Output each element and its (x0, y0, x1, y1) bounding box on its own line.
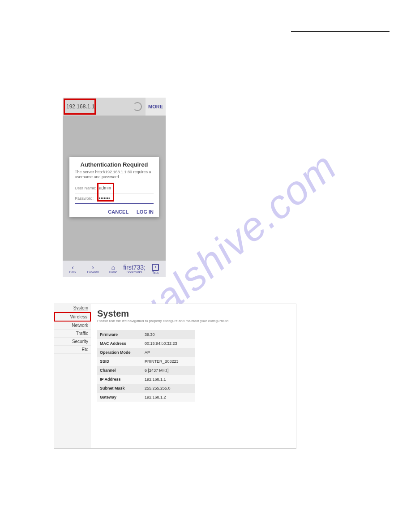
username-label: User Name: (75, 186, 97, 190)
page-title: System (97, 309, 290, 319)
sidebar-item-system[interactable]: System (54, 304, 91, 312)
more-button[interactable]: MORE (146, 98, 166, 116)
router-main: System Please use the left navigation to… (91, 304, 296, 448)
url-highlight-box (64, 99, 96, 115)
password-label: Password: (75, 196, 97, 201)
phone-screenshot: 192.168.1.1 MORE Authentication Required… (63, 98, 166, 277)
tabs-icon: 1 (152, 264, 159, 271)
forward-label: Forward (87, 270, 99, 274)
sidebar-item-wireless[interactable]: Wireless (54, 312, 91, 322)
header-rule (291, 31, 390, 32)
bookmarks-label: Bookmarks (127, 270, 142, 274)
sidebar-item-network[interactable]: Network (54, 322, 91, 330)
bookmark-icon: first733; (123, 264, 146, 270)
router-sidebar: System Wireless Network Traffic Security… (54, 304, 91, 448)
table-row: MAC Address00:15:94:b0:32:23 (97, 339, 195, 348)
home-button[interactable]: ⌂ Home (103, 261, 123, 277)
system-info-table: Firmware39.30 MAC Address00:15:94:b0:32:… (97, 330, 195, 402)
dialog-title: Authentication Required (75, 161, 154, 168)
back-label: Back (69, 270, 77, 274)
forward-button[interactable]: › Forward (83, 261, 103, 277)
dialog-message: The server http://192.168.1.1:80 require… (75, 170, 154, 180)
table-row: Firmware39.30 (97, 330, 195, 339)
browser-topbar: 192.168.1.1 MORE (63, 98, 166, 116)
document-page: manualshive.com 192.168.1.1 MORE Authent… (0, 0, 411, 532)
chevron-right-icon: › (92, 264, 94, 270)
login-button[interactable]: LOG IN (137, 209, 154, 215)
table-row: Operation ModeAP (97, 348, 195, 357)
bookmarks-button[interactable]: first733; Bookmarks (123, 261, 146, 277)
tabs-button[interactable]: 1 Tabs (146, 261, 166, 277)
table-row: Gateway192.168.1.2 (97, 393, 195, 402)
table-row: Subnet Mask255.255.255.0 (97, 384, 195, 393)
table-row: IP Address192.168.1.1 (97, 375, 195, 384)
home-label: Home (109, 270, 117, 274)
cancel-button[interactable]: CANCEL (108, 209, 128, 215)
home-icon: ⌂ (111, 264, 115, 270)
auth-dialog: Authentication Required The server http:… (69, 157, 159, 217)
sidebar-item-security[interactable]: Security (54, 338, 91, 346)
tabs-label: Tabs (152, 271, 159, 274)
page-subtitle: Please use the left navigation to proper… (97, 319, 290, 323)
router-screenshot: System Wireless Network Traffic Security… (54, 304, 296, 449)
sidebar-item-etc[interactable]: Etc (54, 346, 91, 354)
back-button[interactable]: ‹ Back (63, 261, 83, 277)
chevron-left-icon: ‹ (72, 264, 74, 270)
sidebar-item-traffic[interactable]: Traffic (54, 330, 91, 338)
browser-bottombar: ‹ Back › Forward ⌂ Home first733; Bookma… (63, 261, 166, 277)
credentials-highlight-box (97, 183, 114, 202)
table-row: Channel6 [2437 MHz] (97, 366, 195, 375)
table-row: SSIDPRINTER_B03223 (97, 357, 195, 366)
refresh-icon[interactable] (133, 102, 142, 111)
url-bar[interactable]: 192.168.1.1 (63, 98, 146, 116)
